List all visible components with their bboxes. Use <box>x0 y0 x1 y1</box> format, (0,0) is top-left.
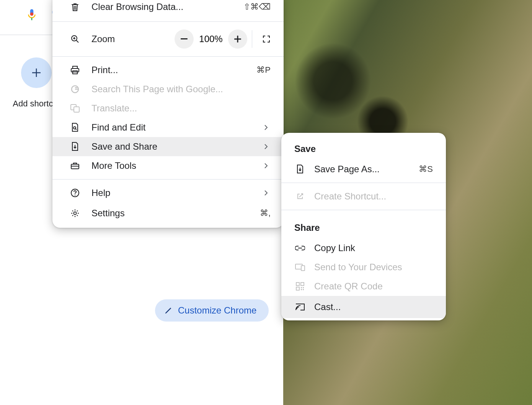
svg-rect-28 <box>296 283 299 286</box>
voice-search-icon[interactable] <box>24 8 39 23</box>
menu-label: Print... <box>91 65 256 75</box>
chevron-right-icon <box>261 190 271 196</box>
submenu-label: Create Shortcut... <box>314 191 433 202</box>
svg-rect-29 <box>301 283 304 286</box>
menu-shortcut: ⌘, <box>260 208 271 218</box>
menu-item-clear-browsing-data[interactable]: Clear Browsing Data... ⇧⌘⌫ <box>52 0 284 18</box>
menu-item-translate: Translate... <box>52 99 284 118</box>
menu-label: Clear Browsing Data... <box>91 2 243 12</box>
submenu-header-share: Share <box>281 214 446 238</box>
svg-rect-32 <box>303 287 304 288</box>
save-page-icon <box>69 142 81 151</box>
trash-icon <box>69 2 81 11</box>
zoom-label: Zoom <box>91 34 175 44</box>
submenu-item-create-qr-code: Create QR Code <box>281 277 446 296</box>
svg-line-7 <box>76 40 78 42</box>
chevron-right-icon <box>261 163 271 169</box>
customize-chrome-button[interactable]: Customize Chrome <box>155 299 269 322</box>
zoom-out-button[interactable] <box>175 29 194 49</box>
menu-separator <box>52 56 284 57</box>
submenu-separator <box>281 210 446 210</box>
svg-point-24 <box>75 194 75 195</box>
menu-label: Translate... <box>91 103 271 114</box>
zoom-value: 100% <box>194 34 228 44</box>
svg-point-25 <box>74 212 77 215</box>
submenu-item-copy-link[interactable]: Copy Link <box>281 238 446 258</box>
link-icon <box>294 245 306 251</box>
svg-rect-30 <box>296 287 299 290</box>
svg-rect-31 <box>301 287 302 288</box>
fullscreen-icon <box>263 35 270 43</box>
find-in-page-icon <box>69 123 81 132</box>
save-and-share-submenu: Save Save Page As... ⌘S Create Shortcut.… <box>281 133 446 320</box>
zoom-in-icon <box>69 34 81 44</box>
submenu-shortcut: ⌘S <box>419 164 433 174</box>
menu-item-print[interactable]: Print... ⌘P <box>52 60 284 80</box>
devices-icon <box>294 263 306 271</box>
submenu-label: Send to Your Devices <box>314 262 433 273</box>
pencil-icon <box>164 306 173 315</box>
fullscreen-button[interactable] <box>257 29 276 49</box>
svg-line-20 <box>75 129 77 130</box>
minus-icon <box>181 38 188 40</box>
toolbox-icon <box>69 162 81 170</box>
submenu-label: Create QR Code <box>314 281 433 292</box>
menu-label: More Tools <box>91 160 261 171</box>
submenu-item-send-to-devices: Send to Your Devices <box>281 258 446 277</box>
svg-rect-33 <box>301 289 302 290</box>
submenu-label: Save Page As... <box>314 164 419 175</box>
menu-label: Help <box>91 188 261 198</box>
cast-icon <box>294 303 306 311</box>
menu-item-help[interactable]: Help <box>52 183 284 202</box>
menu-separator <box>52 179 284 180</box>
gear-icon <box>69 209 81 218</box>
customize-chrome-label: Customize Chrome <box>178 305 256 316</box>
svg-rect-34 <box>303 289 304 290</box>
plus-icon <box>234 36 241 42</box>
submenu-label: Cast... <box>314 302 433 312</box>
menu-item-more-tools[interactable]: More Tools <box>52 156 284 175</box>
menu-separator <box>52 21 284 22</box>
svg-rect-10 <box>181 38 188 39</box>
svg-rect-27 <box>301 266 305 271</box>
menu-label: Save and Share <box>91 141 261 152</box>
menu-shortcut: ⇧⌘⌫ <box>243 2 271 12</box>
add-shortcut-button[interactable] <box>21 57 52 88</box>
vertical-separator <box>252 30 252 48</box>
translate-icon <box>69 104 81 113</box>
print-icon <box>69 66 81 74</box>
submenu-separator <box>281 183 446 183</box>
menu-label: Find and Edit <box>91 122 261 133</box>
menu-label: Search This Page with Google... <box>91 84 271 95</box>
svg-rect-1 <box>30 13 34 16</box>
chevron-right-icon <box>261 124 271 131</box>
submenu-item-create-shortcut: Create Shortcut... <box>281 187 446 206</box>
chevron-right-icon <box>261 144 271 150</box>
menu-item-find-and-edit[interactable]: Find and Edit <box>52 118 284 137</box>
menu-item-save-and-share[interactable]: Save and Share <box>52 137 284 156</box>
zoom-in-button[interactable] <box>228 29 247 49</box>
menu-item-search-this-page: Search This Page with Google... <box>52 80 284 99</box>
plus-icon <box>31 67 42 78</box>
google-icon <box>69 85 81 94</box>
create-shortcut-icon <box>294 192 306 201</box>
submenu-item-cast[interactable]: Cast... <box>281 296 446 318</box>
save-page-icon <box>294 165 306 174</box>
svg-rect-18 <box>74 107 79 112</box>
submenu-item-save-page-as[interactable]: Save Page As... ⌘S <box>281 160 446 179</box>
chrome-menu: Clear Browsing Data... ⇧⌘⌫ Zoom 100% Pri… <box>52 0 284 228</box>
svg-rect-12 <box>234 39 241 40</box>
help-icon <box>69 188 81 198</box>
submenu-header-save: Save <box>281 135 446 160</box>
menu-item-zoom: Zoom 100% <box>52 26 284 52</box>
qr-code-icon <box>294 282 306 291</box>
menu-label: Settings <box>91 208 260 219</box>
menu-shortcut: ⌘P <box>256 65 271 75</box>
menu-item-settings[interactable]: Settings ⌘, <box>52 202 284 224</box>
submenu-label: Copy Link <box>314 243 433 253</box>
